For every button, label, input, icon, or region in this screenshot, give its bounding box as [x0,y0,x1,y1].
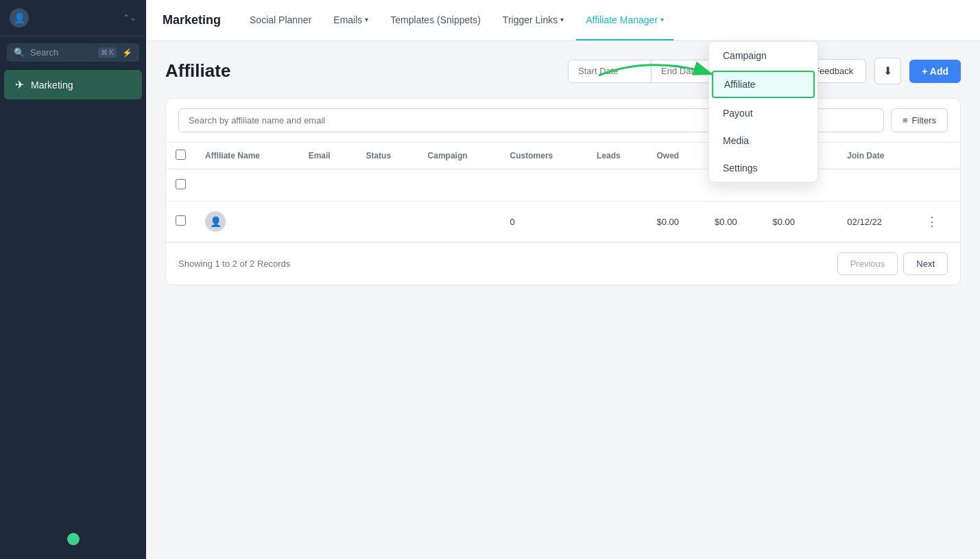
row2-status [356,202,418,242]
download-button[interactable]: ⬇ [874,58,901,84]
select-all-checkbox[interactable] [176,150,186,160]
row2-email [299,202,357,242]
user-icon: 👤 [14,12,25,23]
row1-checkbox[interactable] [176,179,186,189]
row1-leads [587,169,647,202]
sidebar-nav: ✈ Marketing [0,69,146,559]
row2-leads [587,202,647,242]
row2-checkbox[interactable] [176,215,186,226]
table-header-row: Affiliate Name Email Status Campaign Cus… [166,143,960,169]
marketing-icon: ✈ [15,78,24,91]
topnav-item-affiliate-manager[interactable]: Affiliate Manager ▾ [576,0,673,40]
affiliate-manager-dropdown: Campaign Affiliate Payout Media Settings [708,41,818,182]
previous-button[interactable]: Previous [837,252,898,275]
sidebar-item-marketing[interactable]: ✈ Marketing [4,70,142,99]
row2-checkbox-cell [166,202,195,242]
dropdown-item-campaign[interactable]: Campaign [709,42,817,69]
row1-campaign [418,169,501,202]
col-status: Status [356,143,418,169]
row2-campaign [418,202,501,242]
topnav-item-templates[interactable]: Templates (Snippets) [381,0,490,40]
col-join-date: Join Date [837,143,916,169]
start-date-input[interactable] [569,60,651,82]
select-all-header [166,143,195,169]
row1-actions [916,169,960,202]
col-actions [916,143,960,169]
sidebar-chevron-icon: ⌃⌄ [123,13,136,23]
row1-affiliate-name [195,169,299,202]
filters-button[interactable]: ≡ Filters [891,108,948,132]
emails-chevron-icon: ▾ [365,16,368,23]
sidebar-avatar: 👤 [10,8,29,27]
sidebar-user-section[interactable]: 👤 ⌃⌄ [0,0,146,36]
topnav-item-trigger-links[interactable]: Trigger Links ▾ [493,0,573,40]
row2-avatar: 👤 [205,211,226,232]
add-button[interactable]: + Add [909,60,961,83]
topnav-items: Social Planner Emails ▾ Templates (Snipp… [240,0,673,40]
topnav-brand: Marketing [163,13,221,27]
row2-revenue: $0.00 [763,202,838,242]
col-customers: Customers [501,143,587,169]
sidebar: 👤 ⌃⌄ 🔍 Search ⌘ K ⚡ ✈ Marketing [0,0,146,559]
trigger-links-chevron-icon: ▾ [560,16,564,23]
showing-records-text: Showing 1 to 2 of 2 Records [178,259,290,269]
table-footer: Showing 1 to 2 of 2 Records Previous Nex… [166,242,960,285]
row1-checkbox-cell [166,169,195,202]
col-affiliate-name: Affiliate Name [195,143,299,169]
col-email: Email [299,143,357,169]
pagination: Previous Next [837,252,948,275]
affiliate-table: Affiliate Name Email Status Campaign Cus… [166,142,960,242]
affiliate-table-card: ≡ Filters Affiliate Name Email Status Ca… [165,98,961,285]
col-campaign: Campaign [418,143,501,169]
topnav-item-emails[interactable]: Emails ▾ [324,0,378,40]
filters-label: Filters [912,115,936,126]
next-button[interactable]: Next [903,252,948,275]
row2-join-date: 02/12/22 [837,202,916,242]
main-content: Marketing Social Planner Emails ▾ Templa… [146,0,980,559]
col-leads: Leads [587,143,647,169]
sidebar-search-shortcut: ⌘ K [98,47,117,58]
row1-join-date [837,169,916,202]
affiliate-manager-chevron-icon: ▾ [660,16,664,23]
page-content: Affiliate 📅 Submit Feedback ⬇ + Add ≡ Fi… [146,41,980,559]
filter-icon: ≡ [903,115,908,126]
sidebar-bolt-icon: ⚡ [122,48,132,58]
topnav-item-social-planner[interactable]: Social Planner [240,0,321,40]
topnav: Marketing Social Planner Emails ▾ Templa… [146,0,980,41]
search-icon: 🔍 [14,47,25,58]
row2-customers: 0 [501,202,587,242]
sidebar-user-inner: 👤 [10,8,29,27]
table-toolbar: ≡ Filters [166,99,960,142]
dropdown-item-payout[interactable]: Payout [709,99,817,127]
row1-customers [501,169,587,202]
col-owed: Owed [647,143,705,169]
sidebar-bottom-indicator [67,533,80,545]
row2-owed: $0.00 [647,202,705,242]
sidebar-search-label: Search [30,47,93,58]
row2-paid: $0.00 [705,202,763,242]
download-icon: ⬇ [883,65,892,77]
dropdown-item-affiliate[interactable]: Affiliate [712,71,815,98]
row1-email [299,169,357,202]
row1-owed [647,169,705,202]
sidebar-search[interactable]: 🔍 Search ⌘ K ⚡ [7,43,139,62]
dropdown-item-settings[interactable]: Settings [709,154,817,182]
table-row [166,169,960,202]
dropdown-item-media[interactable]: Media [709,127,817,154]
page-header: Affiliate 📅 Submit Feedback ⬇ + Add [165,58,961,84]
row2-affiliate-name: 👤 [195,202,299,242]
page-title: Affiliate [165,60,560,82]
sidebar-item-label: Marketing [31,80,73,91]
row1-status [356,169,418,202]
row2-actions[interactable]: ⋮ [916,202,960,242]
table-row: 👤 0 $0.00 $0.00 $0.00 02/12/22 ⋮ [166,202,960,242]
avatar-icon: 👤 [210,216,222,227]
